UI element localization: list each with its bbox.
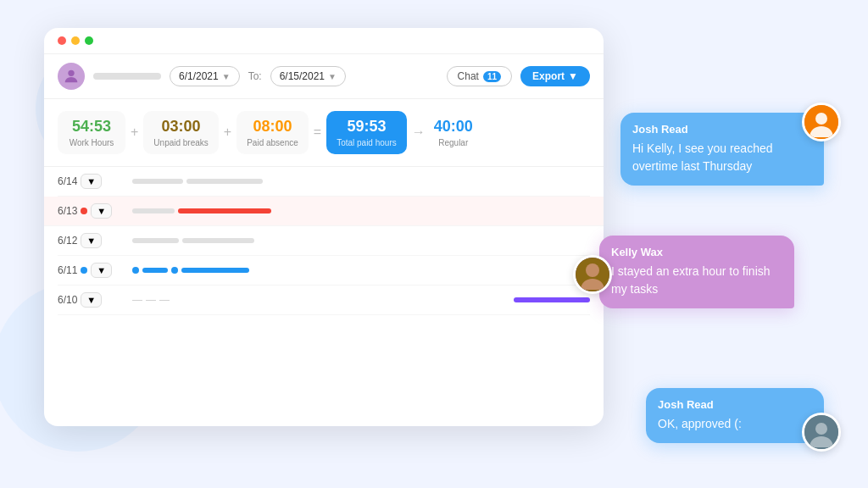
- blue-indicator: [81, 267, 87, 274]
- alert-indicator: [81, 208, 87, 214]
- unpaid-breaks-card: 03:00 Unpaid breaks: [143, 111, 218, 154]
- chat-button[interactable]: Chat 11: [447, 66, 512, 86]
- date-to-value: 6/15/2021: [280, 70, 325, 82]
- table-row-alert: 6/13 ▼: [44, 197, 604, 226]
- dash-3: —: [159, 294, 170, 306]
- svg-point-2: [815, 113, 827, 125]
- bar-blue-2: [181, 268, 249, 273]
- date-dropdown-3[interactable]: ▼: [81, 233, 102, 248]
- bar-container: [132, 179, 590, 184]
- chat-bubble-josh-2: Josh Read OK, approved (:: [646, 388, 824, 443]
- bar-gray: [132, 179, 183, 184]
- dot-yellow: [71, 36, 80, 45]
- plus-1: +: [131, 125, 138, 140]
- plus-2: +: [224, 125, 231, 140]
- bar-gray-5: [182, 238, 254, 243]
- bar-blue-1: [142, 268, 168, 273]
- date-label: 6/14: [58, 175, 77, 187]
- date-cell-2: 6/13 ▼: [58, 203, 125, 219]
- josh-avatar-1: [802, 103, 841, 141]
- unpaid-breaks-value: 03:00: [162, 118, 201, 136]
- regular-label: Regular: [438, 138, 468, 147]
- date-dropdown-5[interactable]: ▼: [81, 292, 102, 308]
- josh-avatar-2: [802, 413, 841, 452]
- svg-point-0: [68, 70, 74, 76]
- export-button[interactable]: Export ▼: [520, 66, 590, 86]
- stats-bar: 54:53 Work Hours + 03:00 Unpaid breaks +…: [44, 99, 604, 167]
- dot-blue-1: [132, 267, 139, 274]
- date-from-value: 6/1/2021: [179, 70, 219, 82]
- chat-bubble-josh-1: Josh Read Hi Kelly, I see you reached ov…: [620, 113, 824, 186]
- total-paid-label: Total paid hours: [337, 138, 397, 147]
- chat-badge: 11: [483, 71, 501, 82]
- date-dropdown-2[interactable]: ▼: [91, 203, 112, 219]
- paid-absence-value: 08:00: [253, 118, 292, 136]
- date-label-3: 6/12: [58, 235, 77, 247]
- svg-point-6: [815, 423, 827, 435]
- regular-card: 40:00 Regular: [431, 118, 476, 147]
- total-paid-value: 59:53: [347, 118, 386, 136]
- table-row: 6/14 ▼: [58, 167, 590, 197]
- bar-red: [178, 208, 271, 214]
- work-hours-card: 54:53 Work Hours: [58, 111, 125, 154]
- bar-container-5: — — —: [132, 294, 590, 306]
- chat-message-1: Hi Kelly, I see you reached overtime las…: [632, 140, 812, 175]
- bar-gray-3: [132, 208, 175, 214]
- chat-bubble-kelly: Kelly Wax I stayed an extra hour to fini…: [599, 236, 794, 308]
- svg-point-4: [586, 263, 599, 277]
- date-cell-3: 6/12 ▼: [58, 233, 125, 248]
- date-label-5: 6/10: [58, 294, 77, 306]
- to-label: To:: [248, 70, 262, 82]
- chat-message-2: I stayed an extra hour to finish my task…: [611, 263, 782, 298]
- date-label-2: 6/13: [58, 205, 77, 217]
- date-cell-4: 6/11 ▼: [58, 263, 125, 278]
- browser-titlebar: [44, 28, 604, 54]
- table-row-3: 6/11 ▼: [58, 256, 590, 286]
- table-row-4: 6/10 ▼ — — —: [58, 286, 590, 315]
- unpaid-breaks-label: Unpaid breaks: [153, 138, 208, 147]
- bar-container-2: [132, 208, 590, 214]
- regular-value: 40:00: [434, 118, 473, 136]
- chevron-icon: ▼: [222, 72, 231, 81]
- dot-green: [85, 36, 93, 45]
- dot-blue-2: [171, 267, 178, 274]
- bar-container-4: [132, 267, 590, 274]
- bar-container-3: [132, 238, 590, 243]
- paid-absence-label: Paid absence: [247, 138, 298, 147]
- dot-red: [58, 36, 66, 45]
- work-hours-label: Work Hours: [70, 138, 114, 147]
- user-name-placeholder: [93, 73, 161, 80]
- date-label-4: 6/11: [58, 264, 77, 276]
- date-cell: 6/14 ▼: [58, 174, 125, 189]
- chat-message-3: OK, approved (:: [658, 415, 812, 433]
- export-label: Export: [532, 70, 565, 82]
- table-area: 6/14 ▼ 6/13 ▼: [44, 167, 604, 315]
- chat-sender-josh-2: Josh Read: [658, 398, 812, 411]
- date-cell-5: 6/10 ▼: [58, 292, 125, 308]
- arrow-right-icon: →: [412, 125, 426, 140]
- export-chevron: ▼: [568, 70, 578, 82]
- bar-gray-2: [186, 179, 263, 184]
- bar-gray-4: [132, 238, 179, 243]
- browser-window: 6/1/2021 ▼ To: 6/15/2021 ▼ Chat 11 Expor…: [44, 28, 604, 426]
- date-dropdown-4[interactable]: ▼: [91, 263, 112, 278]
- main-scene: 6/1/2021 ▼ To: 6/15/2021 ▼ Chat 11 Expor…: [27, 19, 841, 469]
- dash-2: —: [146, 294, 156, 306]
- date-dropdown[interactable]: ▼: [81, 174, 102, 189]
- date-to-select[interactable]: 6/15/2021 ▼: [270, 66, 346, 86]
- dash-1: —: [132, 294, 142, 306]
- table-row-2: 6/12 ▼: [58, 226, 590, 256]
- date-from-select[interactable]: 6/1/2021 ▼: [170, 66, 240, 86]
- total-paid-card: 59:53 Total paid hours: [326, 111, 407, 154]
- bar-purple: [514, 297, 590, 302]
- paid-absence-card: 08:00 Paid absence: [236, 111, 309, 154]
- chat-sender-kelly: Kelly Wax: [611, 246, 782, 258]
- chat-sender-josh-1: Josh Read: [632, 123, 812, 136]
- work-hours-value: 54:53: [72, 118, 111, 136]
- header-row: 6/1/2021 ▼ To: 6/15/2021 ▼ Chat 11 Expor…: [44, 54, 604, 99]
- chevron-icon-2: ▼: [328, 72, 337, 81]
- equals-sign: =: [314, 125, 321, 140]
- user-avatar: [58, 63, 85, 90]
- kelly-avatar: [573, 255, 612, 294]
- chat-label: Chat: [458, 70, 479, 82]
